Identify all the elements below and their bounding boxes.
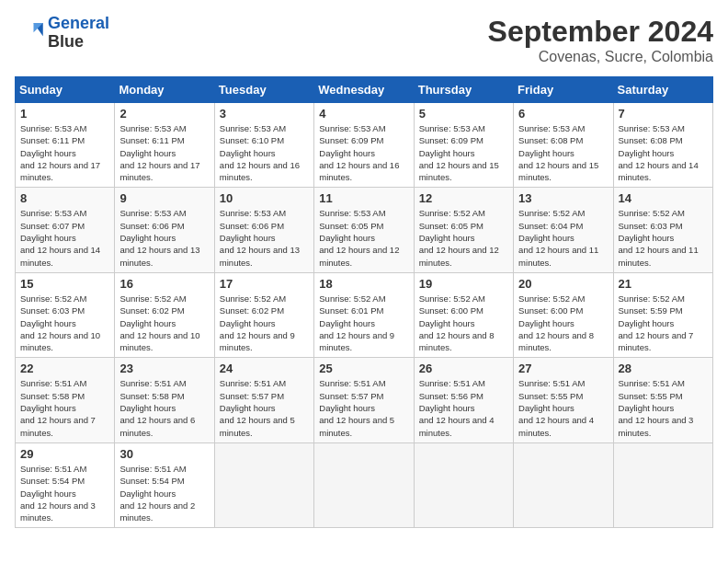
day-cell-5: 5 Sunrise: 5:53 AM Sunset: 6:09 PM Dayli… [414, 103, 513, 188]
day-cell-30: 30 Sunrise: 5:51 AM Sunset: 5:54 PM Dayl… [115, 442, 214, 527]
day-cell-7: 7 Sunrise: 5:53 AM Sunset: 6:08 PM Dayli… [613, 103, 712, 188]
calendar-week-4: 22 Sunrise: 5:51 AM Sunset: 5:58 PM Dayl… [16, 358, 713, 442]
day-info: Sunrise: 5:51 AM Sunset: 5:54 PM Dayligh… [119, 463, 209, 523]
day-number: 25 [319, 362, 408, 375]
day-number: 16 [119, 277, 209, 291]
day-number: 19 [419, 277, 508, 291]
day-cell-22: 22 Sunrise: 5:51 AM Sunset: 5:58 PM Dayl… [16, 358, 115, 442]
day-cell-12: 12 Sunrise: 5:52 AM Sunset: 6:05 PM Dayl… [414, 188, 513, 272]
day-cell-4: 4 Sunrise: 5:53 AM Sunset: 6:09 PM Dayli… [314, 103, 414, 188]
day-number: 15 [20, 277, 109, 291]
day-number: 26 [419, 362, 508, 375]
day-info: Sunrise: 5:52 AM Sunset: 5:59 PM Dayligh… [619, 293, 708, 353]
day-cell-18: 18 Sunrise: 5:52 AM Sunset: 6:01 PM Dayl… [314, 272, 414, 357]
location-title: Covenas, Sucre, Colombia [488, 49, 713, 65]
day-number: 30 [119, 447, 209, 461]
day-number: 21 [619, 277, 708, 291]
title-area: September 2024 Covenas, Sucre, Colombia [488, 15, 713, 65]
day-number: 10 [220, 191, 309, 205]
day-cell-28: 28 Sunrise: 5:51 AM Sunset: 5:55 PM Dayl… [613, 358, 712, 442]
day-number: 17 [220, 277, 309, 291]
day-cell-29: 29 Sunrise: 5:51 AM Sunset: 5:54 PM Dayl… [16, 442, 115, 527]
day-number: 23 [119, 362, 209, 375]
day-cell-17: 17 Sunrise: 5:52 AM Sunset: 6:02 PM Dayl… [214, 272, 313, 357]
day-info: Sunrise: 5:52 AM Sunset: 6:02 PM Dayligh… [119, 293, 209, 353]
day-number: 18 [319, 277, 408, 291]
day-info: Sunrise: 5:51 AM Sunset: 5:58 PM Dayligh… [119, 377, 209, 438]
day-cell-26: 26 Sunrise: 5:51 AM Sunset: 5:56 PM Dayl… [414, 358, 513, 442]
day-info: Sunrise: 5:53 AM Sunset: 6:11 PM Dayligh… [20, 122, 109, 183]
day-info: Sunrise: 5:52 AM Sunset: 6:05 PM Dayligh… [419, 207, 508, 268]
month-title: September 2024 [488, 15, 713, 49]
day-cell-25: 25 Sunrise: 5:51 AM Sunset: 5:57 PM Dayl… [314, 358, 414, 442]
day-info: Sunrise: 5:51 AM Sunset: 5:57 PM Dayligh… [319, 377, 408, 438]
day-info: Sunrise: 5:51 AM Sunset: 5:57 PM Dayligh… [220, 377, 309, 438]
day-number: 1 [20, 107, 109, 121]
day-number: 29 [20, 447, 109, 461]
day-header-friday: Friday [514, 77, 613, 103]
day-number: 4 [319, 107, 408, 121]
day-cell-3: 3 Sunrise: 5:53 AM Sunset: 6:10 PM Dayli… [214, 103, 313, 188]
day-cell-2: 2 Sunrise: 5:53 AM Sunset: 6:11 PM Dayli… [115, 103, 214, 188]
logo-icon [15, 18, 44, 48]
calendar-week-2: 8 Sunrise: 5:53 AM Sunset: 6:07 PM Dayli… [16, 188, 713, 272]
day-cell-10: 10 Sunrise: 5:53 AM Sunset: 6:06 PM Dayl… [214, 188, 313, 272]
calendar-table: SundayMondayTuesdayWednesdayThursdayFrid… [15, 76, 713, 528]
day-info: Sunrise: 5:53 AM Sunset: 6:08 PM Dayligh… [619, 122, 708, 183]
day-cell-6: 6 Sunrise: 5:53 AM Sunset: 6:08 PM Dayli… [514, 103, 613, 188]
day-header-monday: Monday [115, 77, 214, 103]
day-info: Sunrise: 5:51 AM Sunset: 5:56 PM Dayligh… [419, 377, 508, 438]
day-number: 28 [619, 362, 708, 375]
day-number: 2 [119, 107, 209, 121]
day-info: Sunrise: 5:52 AM Sunset: 6:01 PM Dayligh… [319, 293, 408, 353]
day-number: 8 [20, 191, 109, 205]
empty-cell [214, 442, 313, 527]
day-info: Sunrise: 5:53 AM Sunset: 6:06 PM Dayligh… [220, 207, 309, 268]
day-info: Sunrise: 5:53 AM Sunset: 6:08 PM Dayligh… [518, 122, 608, 183]
day-cell-16: 16 Sunrise: 5:52 AM Sunset: 6:02 PM Dayl… [115, 272, 214, 357]
day-info: Sunrise: 5:51 AM Sunset: 5:54 PM Dayligh… [20, 463, 109, 523]
day-cell-13: 13 Sunrise: 5:52 AM Sunset: 6:04 PM Dayl… [514, 188, 613, 272]
day-info: Sunrise: 5:52 AM Sunset: 6:03 PM Dayligh… [619, 207, 708, 268]
day-number: 5 [419, 107, 508, 121]
day-number: 6 [518, 107, 608, 121]
day-cell-1: 1 Sunrise: 5:53 AM Sunset: 6:11 PM Dayli… [16, 103, 115, 188]
day-info: Sunrise: 5:53 AM Sunset: 6:09 PM Dayligh… [419, 122, 508, 183]
day-header-tuesday: Tuesday [214, 77, 313, 103]
day-cell-23: 23 Sunrise: 5:51 AM Sunset: 5:58 PM Dayl… [115, 358, 214, 442]
day-cell-20: 20 Sunrise: 5:52 AM Sunset: 6:00 PM Dayl… [514, 272, 613, 357]
day-number: 24 [220, 362, 309, 375]
day-number: 7 [619, 107, 708, 121]
day-info: Sunrise: 5:53 AM Sunset: 6:05 PM Dayligh… [319, 207, 408, 268]
day-header-wednesday: Wednesday [314, 77, 414, 103]
header-row: SundayMondayTuesdayWednesdayThursdayFrid… [16, 77, 713, 103]
day-info: Sunrise: 5:51 AM Sunset: 5:58 PM Dayligh… [20, 377, 109, 438]
day-cell-24: 24 Sunrise: 5:51 AM Sunset: 5:57 PM Dayl… [214, 358, 313, 442]
day-number: 3 [220, 107, 309, 121]
day-number: 27 [518, 362, 608, 375]
day-cell-9: 9 Sunrise: 5:53 AM Sunset: 6:06 PM Dayli… [115, 188, 214, 272]
day-info: Sunrise: 5:52 AM Sunset: 6:00 PM Dayligh… [518, 293, 608, 353]
day-number: 22 [20, 362, 109, 375]
day-cell-8: 8 Sunrise: 5:53 AM Sunset: 6:07 PM Dayli… [16, 188, 115, 272]
empty-cell [314, 442, 414, 527]
logo-text: General Blue [48, 15, 109, 52]
day-header-sunday: Sunday [16, 77, 115, 103]
day-cell-11: 11 Sunrise: 5:53 AM Sunset: 6:05 PM Dayl… [314, 188, 414, 272]
day-info: Sunrise: 5:51 AM Sunset: 5:55 PM Dayligh… [619, 377, 708, 438]
day-info: Sunrise: 5:53 AM Sunset: 6:06 PM Dayligh… [119, 207, 209, 268]
empty-cell [514, 442, 613, 527]
day-number: 12 [419, 191, 508, 205]
day-info: Sunrise: 5:52 AM Sunset: 6:04 PM Dayligh… [518, 207, 608, 268]
day-number: 9 [119, 191, 209, 205]
day-info: Sunrise: 5:53 AM Sunset: 6:10 PM Dayligh… [220, 122, 309, 183]
day-cell-27: 27 Sunrise: 5:51 AM Sunset: 5:55 PM Dayl… [514, 358, 613, 442]
empty-cell [613, 442, 712, 527]
day-number: 20 [518, 277, 608, 291]
empty-cell [414, 442, 513, 527]
day-info: Sunrise: 5:53 AM Sunset: 6:09 PM Dayligh… [319, 122, 408, 183]
day-cell-21: 21 Sunrise: 5:52 AM Sunset: 5:59 PM Dayl… [613, 272, 712, 357]
day-header-saturday: Saturday [613, 77, 712, 103]
calendar-week-1: 1 Sunrise: 5:53 AM Sunset: 6:11 PM Dayli… [16, 103, 713, 188]
day-cell-15: 15 Sunrise: 5:52 AM Sunset: 6:03 PM Dayl… [16, 272, 115, 357]
